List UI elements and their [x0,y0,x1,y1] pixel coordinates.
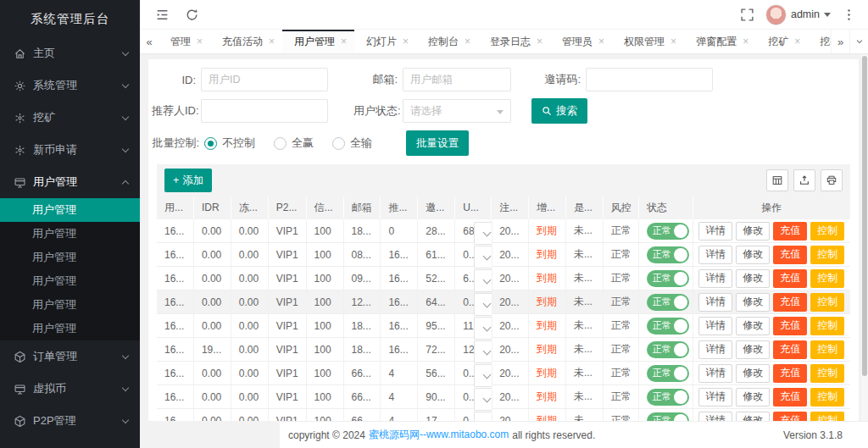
sidebar-item-p2p[interactable]: P2P管理 [0,405,140,437]
radio-all-lose[interactable]: 全输 [332,136,372,151]
sidebar-item-virtual-coin[interactable]: 虚拟币 [0,373,140,405]
close-icon[interactable]: × [537,36,542,47]
row-dropdown-button[interactable] [474,269,492,292]
close-icon[interactable]: × [794,36,800,47]
footer-link[interactable]: 蜜桃源码网--www.mitaobo.com [369,428,509,442]
detail-button[interactable]: 详情 [698,388,732,407]
avatar[interactable] [765,4,787,25]
control-button[interactable]: 控制 [810,269,844,288]
tab-popup-config[interactable]: 弹窗配置 × [684,30,756,53]
referrer-id-input[interactable] [201,99,328,123]
control-button[interactable]: 控制 [810,317,844,335]
search-button[interactable]: 搜索 [531,98,587,124]
batch-settings-button[interactable]: 批量设置 [406,130,469,156]
detail-button[interactable]: 详情 [698,412,732,422]
recharge-button[interactable]: 充值 [773,222,807,241]
status-toggle[interactable]: 正常 [647,412,689,422]
status-toggle[interactable]: 正常 [647,318,689,335]
status-toggle[interactable]: 正常 [647,223,689,240]
recharge-button[interactable]: 充值 [773,364,807,383]
edit-button[interactable]: 修改 [736,246,770,264]
row-dropdown-button[interactable] [474,317,492,340]
refresh-icon[interactable] [185,8,199,22]
tab-slideshow[interactable]: 幻灯片 × [354,30,416,53]
detail-button[interactable]: 详情 [698,222,732,241]
radio-all-win[interactable]: 全赢 [274,136,314,151]
add-button[interactable]: + 添加 [164,169,212,192]
tab-user-manage[interactable]: 用户管理 × [282,30,354,53]
control-button[interactable]: 控制 [810,293,844,312]
row-dropdown-button[interactable] [474,364,492,387]
sidebar-item-user[interactable]: 用户管理 [0,269,140,293]
recharge-button[interactable]: 充值 [773,293,807,312]
status-toggle[interactable]: 正常 [647,270,689,287]
tab-manage[interactable]: 管理 × [159,30,210,53]
more-vertical-icon[interactable] [842,8,856,22]
close-icon[interactable]: × [403,36,409,47]
recharge-button[interactable]: 充值 [773,340,807,359]
control-button[interactable]: 控制 [810,364,844,383]
row-dropdown-button[interactable] [474,293,492,316]
sidebar-item-home[interactable]: 主页 [0,37,140,69]
detail-button[interactable]: 详情 [698,364,732,383]
control-button[interactable]: 控制 [810,388,844,407]
tabs-scroll-left-icon[interactable]: « [140,30,159,53]
row-dropdown-button[interactable] [474,246,492,268]
sidebar-item-mining[interactable]: 挖矿 [0,102,140,134]
filter-columns-button[interactable] [766,169,788,191]
sidebar-item-user[interactable]: 用户管理 [0,317,140,340]
sidebar-item-user[interactable]: 用户管理 [0,222,140,246]
close-icon[interactable]: × [341,36,347,47]
user-id-input[interactable] [201,68,328,91]
user-status-select[interactable]: 请选择 [403,99,511,123]
row-dropdown-button[interactable] [474,388,492,411]
row-dropdown-button[interactable] [474,412,492,421]
edit-button[interactable]: 修改 [736,388,770,407]
edit-button[interactable]: 修改 [736,317,770,335]
sidebar-item-new-coin[interactable]: 新币申请 [0,134,140,166]
control-button[interactable]: 控制 [810,340,844,359]
status-toggle[interactable]: 正常 [647,389,689,406]
radio-no-control[interactable]: 不控制 [204,136,255,151]
control-button[interactable]: 控制 [810,246,844,264]
tab-console[interactable]: 控制台 × [416,30,478,53]
status-toggle[interactable]: 正常 [647,365,689,382]
tab-permission[interactable]: 权限管理 × [612,30,684,53]
tabs-scroll-right-icon[interactable]: » [831,30,849,53]
user-menu[interactable]: admin [765,4,831,25]
control-button[interactable]: 控制 [810,222,844,241]
edit-button[interactable]: 修改 [736,412,770,422]
edit-button[interactable]: 修改 [736,269,770,288]
edit-button[interactable]: 修改 [736,293,770,312]
email-input[interactable] [403,68,511,91]
invite-code-input[interactable] [586,68,713,91]
collapse-sidebar-icon[interactable] [155,8,170,22]
detail-button[interactable]: 详情 [698,246,732,264]
close-icon[interactable]: × [670,36,676,47]
row-dropdown-button[interactable] [474,222,492,245]
sidebar-item-system[interactable]: 系统管理 [0,69,140,102]
recharge-button[interactable]: 充值 [773,412,807,422]
close-icon[interactable]: × [197,36,203,47]
row-dropdown-button[interactable] [474,340,492,363]
detail-button[interactable]: 详情 [698,293,732,312]
fullscreen-icon[interactable] [740,8,754,22]
tab-login-log[interactable]: 登录日志 × [478,30,550,53]
close-icon[interactable]: × [598,36,604,47]
edit-button[interactable]: 修改 [736,364,770,383]
control-button[interactable]: 控制 [810,412,844,422]
status-toggle[interactable]: 正常 [647,341,689,358]
export-button[interactable] [793,169,815,191]
tab-administrator[interactable]: 管理员 × [550,30,612,53]
tab-mining[interactable]: 挖矿 × [756,30,808,53]
recharge-button[interactable]: 充值 [773,246,807,264]
status-toggle[interactable]: 正常 [647,246,689,263]
edit-button[interactable]: 修改 [736,222,770,241]
edit-button[interactable]: 修改 [736,340,770,359]
sidebar-item-user[interactable]: 用户管理 [0,293,140,317]
scrollbar-thumb[interactable] [862,56,867,376]
recharge-button[interactable]: 充值 [773,317,807,335]
detail-button[interactable]: 详情 [698,317,732,335]
sidebar-item-user[interactable]: 用户管理 [0,246,140,269]
recharge-button[interactable]: 充值 [773,388,807,407]
